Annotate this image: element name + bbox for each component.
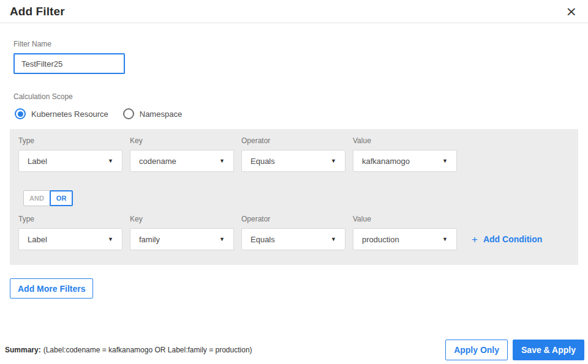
condition-2-value-value: production [362, 235, 399, 244]
condition-2-type-value: Label [28, 235, 47, 244]
condition-1-key-select[interactable]: codename ▼ [130, 150, 234, 172]
condition-2-value-cell: Value production ▼ [353, 215, 457, 250]
operator-label: Operator [241, 215, 345, 223]
type-label: Type [18, 136, 123, 145]
condition-1-type-cell: Type Label ▼ [18, 136, 123, 172]
filter-name-input[interactable] [13, 53, 125, 74]
condition-1-operator-value: Equals [251, 157, 275, 166]
key-label: Key [130, 215, 234, 223]
condition-1-value-value: kafkanamogo [362, 157, 410, 166]
condition-2-operator-value: Equals [251, 235, 275, 244]
calculation-scope-label: Calculation Scope [13, 92, 578, 101]
or-toggle-button[interactable]: OR [50, 190, 74, 206]
chevron-down-icon: ▼ [219, 237, 225, 242]
type-label: Type [18, 215, 123, 223]
condition-1-type-value: Label [28, 157, 47, 166]
apply-only-button[interactable]: Apply Only [445, 340, 508, 360]
condition-2-type-select[interactable]: Label ▼ [18, 228, 123, 250]
condition-1-operator-select[interactable]: Equals ▼ [241, 150, 345, 172]
condition-1-key-cell: Key codename ▼ [130, 136, 234, 172]
key-label: Key [130, 136, 234, 145]
condition-1-value-cell: Value kafkanamogo ▼ [353, 136, 457, 172]
condition-row-2: Type Label ▼ Key family ▼ Operator Equal… [18, 215, 570, 250]
condition-2-key-value: family [139, 235, 160, 244]
and-toggle-button[interactable]: AND [23, 190, 50, 206]
conditions-panel: Type Label ▼ Key codename ▼ Operator Equ… [10, 129, 578, 265]
calculation-scope-options: Kubernetes Resource Namespace [15, 108, 578, 119]
radio-namespace[interactable]: Namespace [123, 108, 182, 119]
chevron-down-icon: ▼ [219, 158, 225, 164]
condition-1-operator-cell: Operator Equals ▼ [241, 136, 345, 172]
condition-2-value-select[interactable]: production ▼ [353, 228, 457, 250]
radio-selected-icon[interactable] [15, 108, 26, 119]
add-condition-link[interactable]: + Add Condition [464, 228, 570, 250]
dialog-footer: Summary:(Label:codename = kafkanamogo OR… [5, 340, 584, 360]
value-label: Value [353, 136, 457, 145]
radio-namespace-label: Namespace [140, 110, 182, 119]
value-label: Value [353, 215, 457, 223]
dialog-header: Add Filter × [0, 0, 588, 23]
add-more-filters-button[interactable]: Add More Filters [10, 278, 93, 299]
condition-2-operator-select[interactable]: Equals ▼ [241, 228, 345, 250]
chevron-down-icon: ▼ [331, 158, 336, 164]
footer-buttons: Apply Only Save & Apply [445, 340, 584, 360]
radio-unselected-icon[interactable] [123, 108, 134, 119]
condition-row-1: Type Label ▼ Key codename ▼ Operator Equ… [18, 136, 570, 172]
summary: Summary:(Label:codename = kafkanamogo OR… [5, 346, 252, 354]
condition-2-key-cell: Key family ▼ [130, 215, 234, 250]
chevron-down-icon: ▼ [331, 237, 336, 242]
condition-2-type-cell: Type Label ▼ [18, 215, 123, 250]
condition-2-key-select[interactable]: family ▼ [130, 228, 234, 250]
close-icon[interactable]: × [565, 5, 578, 18]
summary-label: Summary: [5, 346, 41, 354]
condition-1-type-select[interactable]: Label ▼ [18, 150, 123, 172]
operator-label: Operator [241, 136, 345, 145]
chevron-down-icon: ▼ [108, 158, 113, 164]
page-title: Add Filter [10, 5, 65, 18]
plus-icon: + [472, 234, 478, 245]
add-condition-label: Add Condition [483, 234, 542, 244]
filter-name-label: Filter Name [13, 40, 578, 48]
condition-1-value-select[interactable]: kafkanamogo ▼ [353, 150, 457, 172]
condition-1-key-value: codename [139, 157, 176, 166]
radio-kubernetes-resource[interactable]: Kubernetes Resource [15, 108, 108, 119]
dialog-body: Filter Name Calculation Scope Kubernetes… [0, 40, 588, 265]
chevron-down-icon: ▼ [442, 237, 448, 242]
chevron-down-icon: ▼ [442, 158, 448, 164]
radio-kubernetes-resource-label: Kubernetes Resource [31, 110, 108, 119]
save-and-apply-button[interactable]: Save & Apply [513, 340, 584, 360]
condition-2-operator-cell: Operator Equals ▼ [241, 215, 345, 250]
logic-operator-toggle: AND OR [23, 190, 570, 206]
summary-text: (Label:codename = kafkanamogo OR Label:f… [43, 346, 252, 354]
chevron-down-icon: ▼ [108, 237, 113, 242]
